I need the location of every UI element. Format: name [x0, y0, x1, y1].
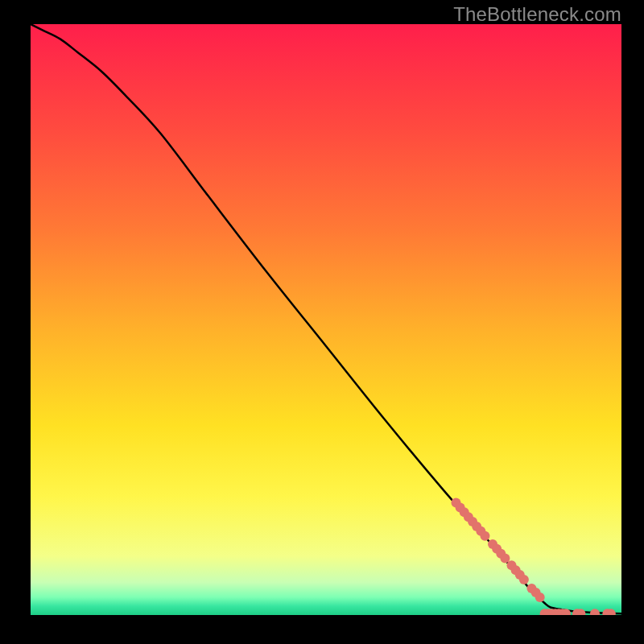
marker-dot-diag [500, 554, 510, 564]
plot-area [31, 24, 621, 615]
bottleneck-chart [31, 24, 621, 615]
marker-dot-diag [480, 531, 489, 541]
marker-dot-diag [535, 592, 545, 602]
marker-dot-diag [519, 575, 529, 584]
watermark-text: TheBottleneck.com [453, 3, 621, 26]
chart-page: TheBottleneck.com [0, 0, 644, 644]
chart-background-gradient [31, 24, 621, 615]
